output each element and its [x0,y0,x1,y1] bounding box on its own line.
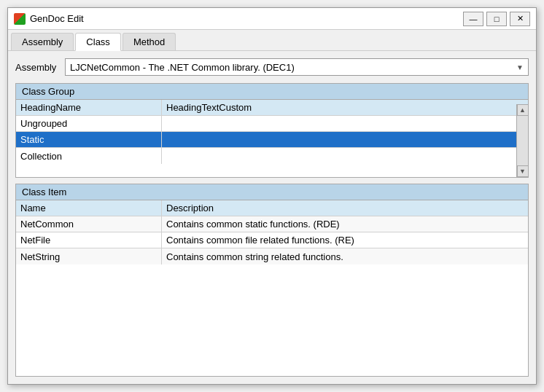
class-item-col-description: Description [162,200,528,216]
class-group-cell-static-value [162,132,528,147]
class-group-scrollbar[interactable]: ▲ ▼ [516,104,528,177]
class-group-grid: HeadingName HeadingTextCustom Ungrouped [16,100,528,177]
class-item-cell-netfile-desc: Contains common file related functions. … [162,232,528,248]
class-item-cell-netstring-desc: Contains common string related functions… [162,248,528,264]
assembly-dropdown[interactable]: LJCNetCommon - The .NET Common library. … [65,58,529,76]
class-item-cell-netcommon-desc: Contains common static functions. (RDE) [162,216,528,232]
class-group-header-row: HeadingName HeadingTextCustom [16,100,528,116]
content-area: Assembly LJCNetCommon - The .NET Common … [8,51,536,384]
assembly-label: Assembly [15,62,59,73]
tab-bar: Assembly Class Method [8,30,536,51]
class-item-cell-netfile-name: NetFile [16,232,162,248]
class-item-col-name: Name [16,200,162,216]
window-controls: — □ ✕ [463,12,530,26]
class-item-cell-netcommon-name: NetCommon [16,216,162,232]
class-group-panel: Class Group HeadingName HeadingTextCusto… [15,83,529,178]
class-item-header-row: Name Description [16,200,528,216]
assembly-row: Assembly LJCNetCommon - The .NET Common … [15,58,529,76]
dropdown-arrow-icon: ▼ [516,63,524,71]
app-icon [14,13,26,25]
minimize-button[interactable]: — [463,12,483,26]
tab-class[interactable]: Class [75,33,121,51]
class-group-cell-ungrouped-value [162,116,528,131]
scroll-up-icon[interactable]: ▲ [517,104,529,116]
class-item-row-netfile[interactable]: NetFile Contains common file related fun… [16,232,528,248]
class-group-col-name: HeadingName [16,100,162,115]
class-group-cell-static-name: Static [16,132,162,147]
class-group-cell-collection-name: Collection [16,148,162,164]
close-button[interactable]: ✕ [510,12,530,26]
class-item-header: Class Item [16,184,528,200]
class-group-row-static[interactable]: Static [16,132,528,148]
window-title: GenDoc Edit [30,13,463,24]
class-group-header: Class Group [16,84,528,100]
class-item-grid: Name Description NetCommon Contains comm… [16,200,528,376]
class-item-row-netcommon[interactable]: NetCommon Contains common static functio… [16,216,528,232]
tab-method[interactable]: Method [123,33,176,50]
maximize-button[interactable]: □ [486,12,507,26]
class-group-cell-collection-value [162,148,528,164]
assembly-value: LJCNetCommon - The .NET Common library. … [70,62,295,73]
class-item-cell-netstring-name: NetString [16,248,162,264]
class-group-col-value: HeadingTextCustom [162,100,528,115]
main-window: GenDoc Edit — □ ✕ Assembly Class Method … [7,7,537,385]
class-group-cell-ungrouped-name: Ungrouped [16,116,162,131]
tab-assembly[interactable]: Assembly [11,33,74,50]
class-item-panel: Class Item Name Description NetCommon [15,184,529,377]
class-item-row-netstring[interactable]: NetString Contains common string related… [16,248,528,264]
title-bar: GenDoc Edit — □ ✕ [8,8,536,30]
scroll-down-icon[interactable]: ▼ [517,165,529,177]
class-group-row-collection[interactable]: Collection [16,148,528,164]
class-group-row-ungrouped[interactable]: Ungrouped [16,116,528,132]
